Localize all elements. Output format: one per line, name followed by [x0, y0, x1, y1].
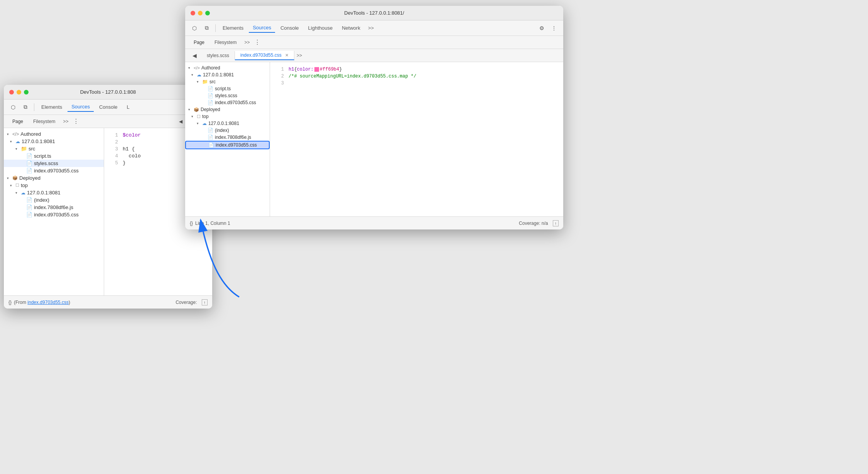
gear-icon-front[interactable]: ⚙: [536, 23, 547, 34]
js-label-back: index.7808df6e.js: [34, 204, 73, 210]
tree-script-front[interactable]: 📄 script.ts: [185, 85, 270, 92]
close-button[interactable]: [9, 90, 14, 94]
tree-top-front[interactable]: ▾ ☐ top: [185, 113, 270, 120]
file-tabs-more[interactable]: >>: [294, 52, 304, 59]
status-bar-back: {} (From index.d9703d55.css) Coverage: ↑: [4, 295, 212, 309]
tree-index-back[interactable]: 📄 (index): [4, 196, 104, 204]
file-icon-css-back: 📄: [26, 168, 32, 174]
cursor-icon-front[interactable]: ⬡: [189, 23, 200, 34]
subtab-filesystem-front[interactable]: Filesystem: [210, 38, 241, 47]
subtab-filesystem-back[interactable]: Filesystem: [29, 117, 60, 126]
color-swatch: [314, 67, 319, 72]
tree-css-back[interactable]: 📄 index.d9703d55.css: [4, 167, 104, 174]
tree-css-front[interactable]: 📄 index.d9703d55.css: [185, 99, 270, 106]
tab-lighthouse-front[interactable]: Lighthouse: [304, 24, 337, 32]
index-label-back: (index): [34, 197, 49, 203]
chevron-host2: ▾: [15, 191, 19, 195]
tree-host-front[interactable]: ▾ ☁ 127.0.0.1:8081: [185, 71, 270, 78]
css2-label-front: index.d9703d55.css: [216, 142, 257, 148]
tab-elements-front[interactable]: Elements: [219, 24, 247, 32]
status-left-back: {} (From index.d9703d55.css): [8, 300, 70, 305]
tree-host-back[interactable]: ▾ ☁ 127.0.0.1:8081: [4, 138, 104, 145]
status-right-front: Coverage: n/a ↑: [519, 220, 559, 226]
file-tree-front[interactable]: ▾ </> Authored ▾ ☁ 127.0.0.1:8081 ▾ 📁 sr…: [185, 62, 270, 216]
tree-js-front[interactable]: 📄 index.7808df6e.js: [185, 134, 270, 141]
tree-css2-front-highlighted[interactable]: 📄 index.d9703d55.css: [185, 141, 270, 149]
tree-js-back[interactable]: 📄 index.7808df6e.js: [4, 204, 104, 211]
index-label-front: (index): [215, 128, 229, 133]
chevron-host: ▾: [10, 140, 14, 143]
file-tab-styles[interactable]: styles.scss: [201, 51, 235, 60]
code-content-5: }: [123, 160, 126, 167]
file-tree-back[interactable]: ▾ </> Authored ▾ ☁ 127.0.0.1:8081 ▾ 📁 sr…: [4, 128, 104, 295]
subtabs-front: Page Filesystem >> ⋮: [185, 36, 563, 49]
maximize-button-front[interactable]: [205, 11, 210, 15]
tree-host2-front[interactable]: ▾ ☁ 127.0.0.1:8081: [185, 120, 270, 127]
tree-authored-back[interactable]: ▾ </> Authored: [4, 130, 104, 138]
subtab-menu-back[interactable]: ⋮: [73, 118, 79, 125]
toolbar-more-front[interactable]: >>: [366, 24, 376, 32]
bracket-icon-front: {}: [190, 221, 193, 226]
tab-network-front[interactable]: Network: [338, 24, 364, 32]
ch-top-front: ▾: [191, 115, 195, 118]
tree-deployed-back[interactable]: ▾ 📦 Deployed: [4, 174, 104, 182]
layers-icon[interactable]: ⧉: [20, 102, 31, 113]
status-bar-front: {} Line 1, Column 1 Coverage: n/a ↑: [185, 216, 563, 229]
titlebar-back: DevTools - 127.0.0.1:808: [4, 85, 212, 100]
subtab-more-front[interactable]: >>: [242, 39, 252, 46]
minimize-button-front[interactable]: [198, 11, 203, 15]
cursor-icon[interactable]: ⬡: [8, 102, 19, 113]
close-tab-icon[interactable]: ✕: [285, 53, 289, 57]
tree-styles-front[interactable]: 📄 styles.scss: [185, 92, 270, 99]
brace-close: }: [339, 67, 342, 72]
line-num-3: 3: [110, 146, 118, 153]
css2-label-back: index.d9703d55.css: [34, 212, 79, 218]
status-from-back: (From index.d9703d55.css): [14, 300, 70, 305]
tab-console-front[interactable]: Console: [277, 24, 303, 32]
minimize-button[interactable]: [17, 90, 21, 94]
tab-console-back[interactable]: Console: [95, 103, 122, 111]
expand-icon-front[interactable]: ↑: [553, 220, 559, 226]
styles-label-front: styles.scss: [215, 93, 237, 98]
subtab-page-back[interactable]: Page: [8, 117, 28, 126]
file-icon-css2: 📄: [26, 212, 32, 218]
layers-icon-front[interactable]: ⧉: [201, 23, 212, 34]
css-label-back: index.d9703d55.css: [34, 168, 79, 174]
back-icon[interactable]: ◀: [176, 117, 186, 126]
tab-sources-front[interactable]: Sources: [249, 23, 275, 33]
tab-sources-back[interactable]: Sources: [68, 102, 94, 112]
tab-more-back[interactable]: L: [123, 103, 133, 111]
main-area-back: ▾ </> Authored ▾ ☁ 127.0.0.1:8081 ▾ 📁 sr…: [4, 128, 212, 295]
tree-script-back[interactable]: 📄 script.ts: [4, 152, 104, 160]
status-left-front: {} Line 1, Column 1: [190, 221, 230, 226]
from-link-back[interactable]: index.d9703d55.css: [27, 300, 69, 305]
subtab-menu-front[interactable]: ⋮: [254, 39, 260, 46]
tree-top-back[interactable]: ▾ ☐ top: [4, 182, 104, 189]
box-top-icon: ☐: [197, 114, 201, 119]
tree-authored-front[interactable]: ▾ </> Authored: [185, 64, 270, 71]
close-button-front[interactable]: [191, 11, 195, 15]
authored-label: Authored: [20, 131, 41, 137]
tab-elements-back[interactable]: Elements: [37, 103, 66, 111]
tree-host2-back[interactable]: ▾ ☁ 127.0.0.1:8081: [4, 189, 104, 196]
tree-index-front[interactable]: 📄 (index): [185, 127, 270, 134]
file-scss-icon-front: 📄: [208, 93, 213, 98]
tree-src-back[interactable]: ▾ 📁 src: [4, 145, 104, 152]
back-button-front[interactable]: ◀: [189, 50, 200, 61]
tree-styles-back[interactable]: 📄 styles.scss: [4, 160, 104, 167]
tree-src-front[interactable]: ▾ 📁 src: [185, 78, 270, 85]
subtab-more-back[interactable]: >>: [61, 118, 71, 125]
expand-icon-back[interactable]: ↑: [202, 299, 208, 305]
h1-tag: h1: [289, 67, 294, 72]
line-num-1: 1: [110, 132, 118, 139]
cloud-icon: ☁: [15, 139, 20, 144]
tree-deployed-front[interactable]: ▾ 📦 Deployed: [185, 106, 270, 113]
more-icon-front[interactable]: ⋮: [549, 23, 559, 34]
maximize-button[interactable]: [24, 90, 29, 94]
host-label-front: 127.0.0.1:8081: [203, 72, 234, 78]
subtab-page-front[interactable]: Page: [189, 38, 209, 47]
authored-label-front: Authored: [201, 65, 220, 71]
tree-css2-back[interactable]: 📄 index.d9703d55.css: [4, 211, 104, 218]
file-tab-css[interactable]: index.d9703d55.css ✕: [235, 51, 294, 60]
ch-host-front: ▾: [191, 73, 195, 77]
